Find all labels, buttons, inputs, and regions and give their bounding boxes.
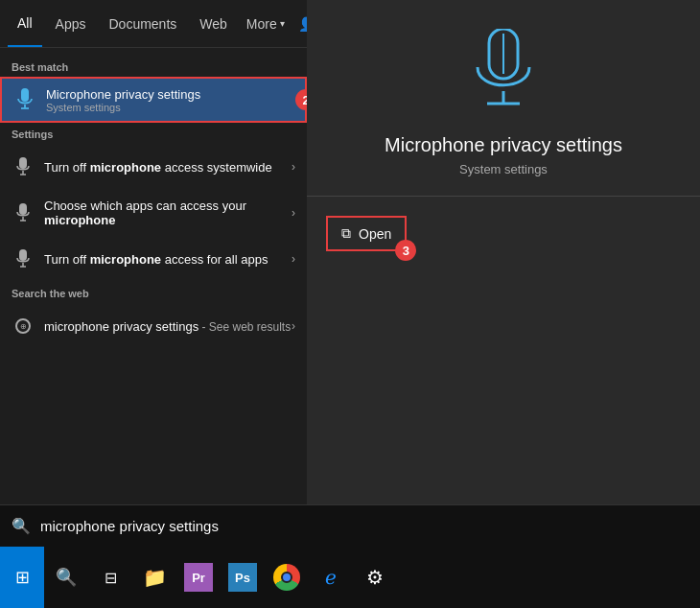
open-external-icon: ⧉ <box>341 225 351 242</box>
mic-small-icon-3 <box>12 249 35 269</box>
best-match-subtitle: System settings <box>46 102 293 113</box>
taskbar: ⊞ 🔍 ⊟ 📁 Pr Ps ℯ ⚙ <box>0 547 700 608</box>
svg-rect-9 <box>19 249 27 261</box>
mic-icon <box>13 88 36 111</box>
settings-item-3[interactable]: Turn off microphone access for all apps … <box>0 236 307 282</box>
detail-title: Microphone privacy settings <box>385 134 622 156</box>
taskbar-chrome[interactable] <box>265 547 309 608</box>
taskview-icon: ⊟ <box>105 569 117 587</box>
arrow-icon-2: › <box>292 206 295 220</box>
svg-rect-6 <box>19 203 27 215</box>
settings-item-3-content: Turn off microphone access for all apps <box>44 252 292 267</box>
tab-all[interactable]: All <box>8 0 42 47</box>
taskbar-edge[interactable]: ℯ <box>309 547 353 608</box>
web-search-item[interactable]: ⊕ microphone privacy settings - See web … <box>0 303 307 349</box>
premiere-icon: Pr <box>184 563 213 592</box>
arrow-icon-1: › <box>292 160 295 174</box>
taskbar-photoshop[interactable]: Ps <box>221 547 265 608</box>
arrow-icon-3: › <box>292 252 295 266</box>
taskbar-taskview[interactable]: ⊟ <box>88 547 132 608</box>
open-button-label: Open <box>359 226 391 242</box>
taskbar-search-button[interactable]: ⊞ <box>0 547 44 608</box>
tab-documents[interactable]: Documents <box>99 0 186 47</box>
web-search-content: microphone privacy settings - See web re… <box>44 319 292 334</box>
svg-rect-3 <box>19 157 27 169</box>
tab-more[interactable]: More ▾ <box>241 12 291 35</box>
settings-label: Settings <box>0 123 307 144</box>
search-panel: All Apps Documents Web More ▾ 👤 ··· Best… <box>0 0 307 547</box>
arrow-icon-web: › <box>292 319 295 333</box>
edge-icon: ℯ <box>325 566 337 589</box>
tab-web[interactable]: Web <box>190 0 237 47</box>
svg-rect-0 <box>21 88 29 102</box>
search-web-icon: ⊕ <box>12 318 35 334</box>
tab-apps[interactable]: Apps <box>46 0 96 47</box>
chrome-icon <box>273 564 300 591</box>
taskbar-explorer[interactable]: 📁 <box>132 547 176 608</box>
taskbar-search-btn[interactable]: 🔍 <box>44 547 88 608</box>
results-list: Best match Microphone privacy settings S… <box>0 48 307 547</box>
search-bar: 🔍 <box>0 504 700 547</box>
web-search-title: microphone privacy settings - See web re… <box>44 319 292 334</box>
settings-item-2-content: Choose which apps can access your microp… <box>44 199 292 227</box>
search-bar-icon: 🔍 <box>12 517 31 535</box>
mic-small-icon-1 <box>12 157 35 176</box>
detail-panel: Microphone privacy settings System setti… <box>307 0 700 547</box>
mic-small-icon-2 <box>12 203 35 222</box>
settings-item-2-title: Choose which apps can access your microp… <box>44 199 292 227</box>
search-input[interactable] <box>40 518 688 534</box>
detail-subtitle: System settings <box>459 162 548 176</box>
best-match-content: Microphone privacy settings System setti… <box>46 87 293 113</box>
detail-divider <box>307 196 700 197</box>
settings-item-1-content: Turn off microphone access systemwide <box>44 160 292 175</box>
best-match-label: Best match <box>0 56 307 77</box>
taskbar-settings[interactable]: ⚙ <box>353 547 397 608</box>
open-button[interactable]: ⧉ Open 3 <box>326 216 407 251</box>
step-3-badge: 3 <box>395 240 416 261</box>
settings-item-2[interactable]: Choose which apps can access your microp… <box>0 190 307 236</box>
search-icon: ⊞ <box>15 567 30 588</box>
settings-item-1[interactable]: Turn off microphone access systemwide › <box>0 144 307 190</box>
best-match-item[interactable]: Microphone privacy settings System setti… <box>0 77 307 123</box>
cortana-icon: 🔍 <box>56 567 77 588</box>
settings-item-3-title: Turn off microphone access for all apps <box>44 252 292 267</box>
search-tabs: All Apps Documents Web More ▾ 👤 ··· <box>0 0 307 48</box>
step-2-badge: 2 <box>295 89 307 110</box>
settings-item-1-title: Turn off microphone access systemwide <box>44 160 292 175</box>
best-match-title: Microphone privacy settings <box>46 87 293 102</box>
search-web-label: Search the web <box>0 282 307 303</box>
chevron-down-icon: ▾ <box>280 18 285 29</box>
photoshop-icon: Ps <box>228 563 257 592</box>
settings-icon: ⚙ <box>366 566 384 589</box>
folder-icon: 📁 <box>143 566 167 589</box>
detail-mic-icon <box>470 29 537 119</box>
taskbar-premiere[interactable]: Pr <box>176 547 221 608</box>
